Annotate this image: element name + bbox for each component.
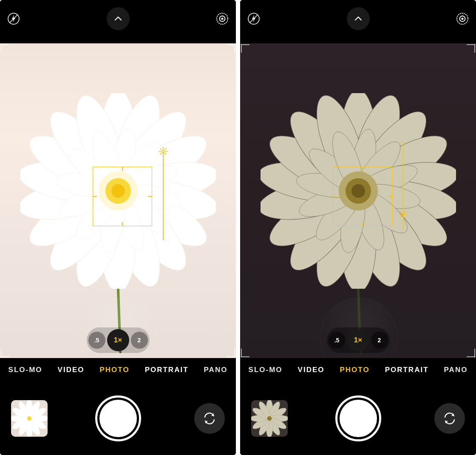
chevron-up-icon — [113, 14, 123, 23]
shutter-inner-icon — [99, 400, 137, 437]
flash-off-button[interactable] — [244, 9, 263, 28]
chevron-up-icon — [354, 14, 363, 23]
zoom-option-1x[interactable]: 1× — [107, 329, 129, 351]
live-photo-icon — [455, 11, 470, 26]
last-photo-thumbnail[interactable] — [11, 400, 48, 437]
bottom-bar — [0, 382, 236, 455]
zoom-option-0.5x[interactable]: .5 — [88, 332, 105, 349]
mode-pano[interactable]: PANO — [204, 366, 228, 374]
switch-camera-icon — [442, 411, 457, 426]
thumbnail-image — [11, 400, 48, 437]
mode-portrait[interactable]: PORTRAIT — [385, 366, 429, 374]
crop-corner-icon — [467, 44, 475, 53]
crop-corner-icon — [1, 44, 9, 53]
exposure-sun-icon[interactable] — [159, 147, 168, 156]
mode-video[interactable]: VIDEO — [58, 366, 85, 374]
mode-pano[interactable]: PANO — [444, 366, 468, 374]
top-bar — [0, 0, 236, 43]
svg-line-17 — [165, 148, 166, 149]
svg-point-39 — [267, 416, 272, 421]
live-photo-button[interactable] — [213, 9, 232, 28]
shutter-button[interactable] — [335, 395, 381, 441]
last-photo-thumbnail[interactable] — [251, 400, 288, 437]
live-photo-icon — [215, 11, 230, 26]
crop-corner-icon — [227, 349, 235, 357]
bottom-bar — [240, 382, 476, 455]
svg-line-36 — [400, 216, 401, 217]
zoom-selector[interactable]: .5 1× 2 — [87, 327, 150, 353]
switch-camera-icon — [202, 411, 217, 426]
mode-selector[interactable]: SLO-MO VIDEO PHOTO PORTRAIT PANO — [0, 358, 236, 382]
svg-line-37 — [405, 211, 406, 212]
svg-point-29 — [402, 213, 405, 216]
mode-slomo[interactable]: SLO-MO — [249, 366, 283, 374]
mode-photo[interactable]: PHOTO — [340, 366, 370, 374]
switch-camera-button[interactable] — [434, 403, 465, 434]
svg-point-9 — [162, 150, 165, 153]
svg-point-3 — [221, 17, 223, 20]
mode-video[interactable]: VIDEO — [298, 366, 325, 374]
svg-point-23 — [461, 17, 463, 20]
zoom-option-2x[interactable]: 2 — [131, 332, 148, 349]
expand-controls-button[interactable] — [347, 7, 370, 30]
zoom-option-0.5x[interactable]: .5 — [329, 332, 346, 349]
svg-line-34 — [400, 211, 401, 212]
viewfinder[interactable]: .5 1× 2 — [240, 43, 476, 358]
zoom-option-1x[interactable]: 1× — [347, 329, 369, 351]
flash-off-icon — [247, 12, 260, 25]
zoom-option-2x[interactable]: 2 — [371, 332, 388, 349]
shutter-inner-icon — [340, 400, 377, 437]
zoom-selector[interactable]: .5 1× 2 — [327, 327, 390, 353]
shutter-button[interactable] — [95, 395, 141, 441]
svg-line-35 — [405, 216, 406, 217]
svg-line-15 — [165, 154, 166, 154]
thumbnail-image — [251, 400, 288, 437]
switch-camera-button[interactable] — [194, 403, 225, 434]
crop-corner-icon — [467, 349, 475, 357]
svg-line-14 — [160, 148, 161, 149]
viewfinder[interactable]: .5 1× 2 — [0, 43, 236, 358]
crop-corner-icon — [1, 349, 9, 357]
crop-corner-icon — [227, 44, 235, 53]
top-bar — [240, 0, 476, 43]
exposure-sun-icon[interactable] — [399, 210, 408, 219]
crop-corner-icon — [241, 44, 249, 53]
camera-screen-dark: .5 1× 2 SLO-MO VIDEO PHOTO PORTRAIT PANO — [240, 0, 476, 455]
svg-point-19 — [27, 416, 32, 421]
mode-photo[interactable]: PHOTO — [100, 366, 130, 374]
mode-selector[interactable]: SLO-MO VIDEO PHOTO PORTRAIT PANO — [240, 358, 476, 382]
crop-corner-icon — [241, 349, 249, 357]
exposure-slider-track[interactable] — [163, 151, 164, 240]
expand-controls-button[interactable] — [107, 7, 130, 30]
camera-screen-bright: .5 1× 2 SLO-MO VIDEO PHOTO PORTRAIT PANO — [0, 0, 236, 455]
flash-off-button[interactable] — [4, 9, 23, 28]
live-photo-button[interactable] — [453, 9, 472, 28]
mode-portrait[interactable]: PORTRAIT — [145, 366, 189, 374]
focus-indicator[interactable] — [93, 167, 152, 226]
focus-indicator[interactable] — [333, 167, 392, 226]
svg-line-16 — [160, 154, 161, 154]
mode-slomo[interactable]: SLO-MO — [8, 366, 42, 374]
flash-off-icon — [7, 12, 20, 25]
